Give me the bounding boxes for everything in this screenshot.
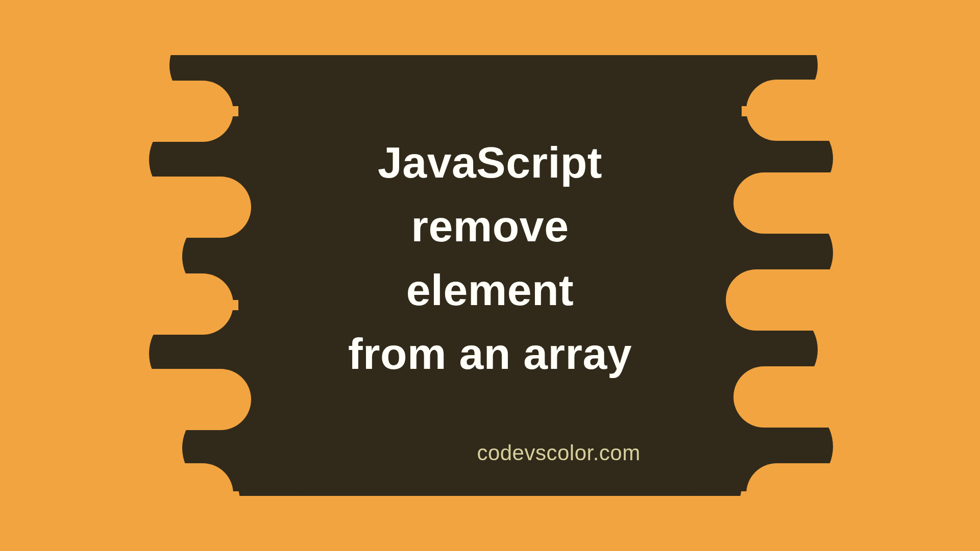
title-group: JavaScript remove element from an array — [260, 131, 720, 385]
blob-notch — [116, 177, 251, 238]
title-line: remove — [260, 194, 720, 258]
blob-notch — [746, 463, 879, 496]
banner-card: JavaScript remove element from an array … — [98, 55, 882, 496]
blob-notch — [116, 273, 233, 335]
site-watermark: codevscolor.com — [477, 441, 640, 465]
blob-notch — [116, 81, 233, 142]
blob-notch — [733, 172, 881, 234]
blob-notch — [726, 269, 879, 331]
title-line: JavaScript — [260, 131, 720, 194]
blob-notch — [116, 463, 233, 496]
title-line: from an array — [260, 321, 720, 385]
blob-notch — [116, 369, 251, 430]
title-line: element — [260, 258, 720, 321]
blob-notch — [746, 80, 879, 141]
blob-notch — [733, 366, 881, 428]
